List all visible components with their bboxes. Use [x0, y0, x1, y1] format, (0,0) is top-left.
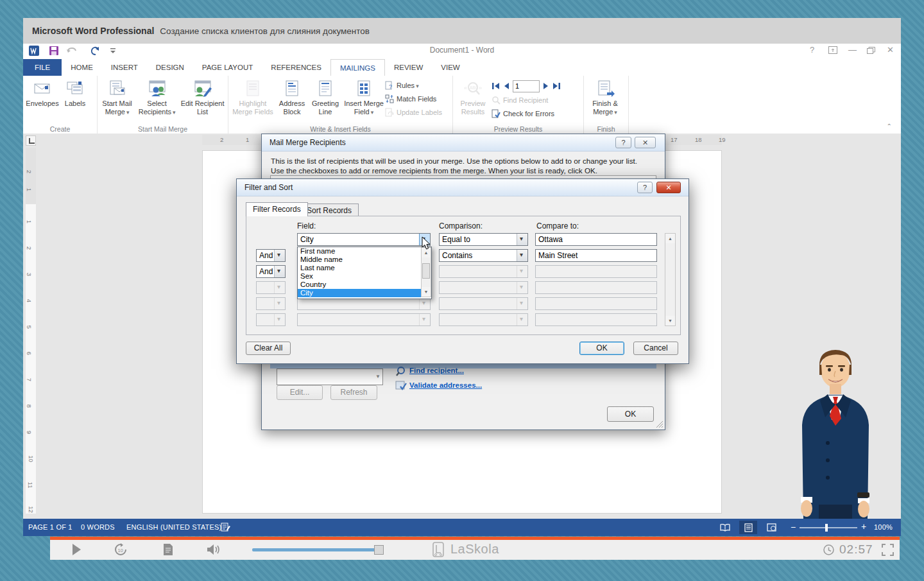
combo-arrow-icon[interactable] [274, 250, 285, 261]
ribbon-tab-row: FILE HOME INSERT DESIGN PAGE LAYOUT REFE… [23, 59, 901, 76]
tab-page-layout[interactable]: PAGE LAYOUT [193, 59, 262, 76]
refresh-button[interactable]: Refresh [330, 385, 377, 400]
ribbon-display-options-icon[interactable] [828, 46, 837, 54]
combo-arrow-icon[interactable] [517, 250, 527, 261]
record-number-input[interactable] [513, 80, 540, 92]
scroll-up-icon[interactable]: ▲ [665, 234, 675, 243]
page-indicator[interactable]: PAGE 1 OF 1 [28, 523, 73, 531]
tab-home[interactable]: HOME [62, 59, 102, 76]
dropdown-scrollbar[interactable]: ▲ ▼ [421, 247, 431, 297]
scrollbar-thumb[interactable] [422, 263, 430, 279]
fs-cancel-button[interactable]: Cancel [633, 342, 678, 355]
volume-slider-thumb[interactable] [374, 545, 384, 555]
close-window-icon[interactable]: ✕ [887, 45, 894, 55]
tab-design[interactable]: DESIGN [147, 59, 193, 76]
scroll-down-icon[interactable]: ▼ [375, 374, 381, 379]
match-fields-button[interactable]: Match Fields [385, 93, 449, 105]
tab-insert[interactable]: INSERT [102, 59, 147, 76]
zoom-level[interactable]: 100% [874, 523, 893, 531]
fs-help-icon[interactable]: ? [637, 182, 653, 193]
resize-grip[interactable] [656, 421, 663, 428]
tab-stop-selector[interactable] [26, 135, 36, 146]
dropdown-item[interactable]: Middle name [298, 256, 431, 264]
find-recipient-link[interactable]: Find recipient... [409, 367, 464, 374]
insert-merge-field-button[interactable]: Insert Merge Field [343, 77, 385, 123]
check-for-errors-button[interactable]: Check for Errors [492, 108, 581, 119]
last-record-icon[interactable] [552, 82, 561, 90]
select-recipients-button[interactable]: Select Recipients [135, 77, 178, 123]
zoom-slider-track[interactable] [800, 527, 857, 528]
comparison-combo-1[interactable]: Equal to [439, 233, 528, 246]
play-button[interactable] [71, 543, 81, 556]
conjunction-combo-3[interactable]: And [256, 265, 286, 278]
field-combo-1[interactable]: City [297, 233, 431, 246]
mmr-help-icon[interactable]: ? [615, 137, 631, 148]
fs-close-icon[interactable]: ✕ [656, 182, 681, 193]
start-mail-merge-button[interactable]: Start Mail Merge [99, 77, 135, 123]
highlight-merge-fields-button[interactable]: Highlight Merge Fields [230, 77, 276, 123]
restore-icon[interactable] [867, 47, 875, 54]
dropdown-item[interactable]: Country [298, 281, 431, 289]
first-record-icon[interactable] [492, 82, 500, 90]
address-block-button[interactable]: Address Block [276, 77, 308, 123]
conjunction-combo-2[interactable]: And [256, 249, 286, 262]
help-window-icon[interactable]: ? [810, 45, 814, 55]
dropdown-item[interactable]: First name [298, 247, 431, 256]
volume-slider-track[interactable] [252, 548, 384, 551]
tab-view[interactable]: VIEW [432, 59, 468, 76]
proofing-status-icon[interactable] [221, 523, 231, 532]
edit-recipient-list-button[interactable]: Edit Recipient List [178, 77, 227, 123]
collapse-ribbon-icon[interactable]: ⌃ [887, 123, 892, 130]
volume-button[interactable] [207, 543, 222, 556]
scroll-down-icon[interactable]: ▼ [665, 316, 675, 325]
dropdown-item-selected[interactable]: City [298, 289, 431, 297]
language-indicator[interactable]: ENGLISH (UNITED STATES) [126, 523, 221, 531]
tab-mailings[interactable]: MAILINGS [330, 59, 385, 76]
print-layout-button[interactable] [739, 521, 757, 534]
scroll-down-icon[interactable]: ▼ [422, 287, 431, 297]
minimize-icon[interactable]: — [848, 45, 857, 55]
compare-to-input-2[interactable]: Main Street [535, 249, 657, 262]
word-count[interactable]: 0 WORDS [81, 523, 115, 531]
find-recipient-button[interactable]: Find Recipient [492, 94, 581, 106]
rules-button[interactable]: ? Rules [385, 80, 449, 91]
tab-references[interactable]: REFERENCES [262, 59, 330, 76]
combo-arrow-icon[interactable] [274, 266, 285, 277]
tab-file[interactable]: FILE [23, 59, 62, 76]
replay-10-button[interactable]: 10 [114, 543, 127, 556]
update-labels-button[interactable]: Update Labels [385, 107, 449, 118]
web-layout-button[interactable] [762, 521, 780, 534]
finish-merge-button[interactable]: Finish & Merge [585, 77, 625, 123]
group-label-preview-results: Preview Results [453, 125, 583, 133]
fs-dialog-titlebar[interactable] [237, 179, 689, 196]
fs-ok-button[interactable]: OK [579, 342, 624, 355]
dropdown-item[interactable]: Sex [298, 272, 431, 281]
data-source-listbox[interactable]: ▼ [277, 369, 383, 385]
next-record-icon[interactable] [543, 82, 549, 90]
envelopes-button[interactable]: Envelopes [24, 77, 60, 123]
previous-record-icon[interactable] [503, 82, 509, 90]
comparison-combo-2[interactable]: Contains [439, 249, 528, 262]
dropdown-item[interactable]: Last name [298, 264, 431, 272]
mmr-close-icon[interactable]: ✕ [635, 137, 656, 148]
zoom-out-button[interactable]: − [791, 522, 796, 532]
zoom-in-button[interactable]: + [861, 521, 866, 532]
tab-filter-records[interactable]: Filter Records [246, 202, 308, 216]
clear-all-button[interactable]: Clear All [246, 342, 291, 355]
greeting-line-button[interactable]: Greeting Line [308, 77, 343, 123]
filter-rows-scrollbar[interactable]: ▲ ▼ [665, 233, 676, 326]
read-mode-button[interactable] [716, 521, 734, 534]
status-bar: PAGE 1 OF 1 0 WORDS ENGLISH (UNITED STAT… [23, 519, 901, 536]
zoom-slider-thumb[interactable] [825, 524, 828, 532]
compare-to-input-1[interactable]: Ottawa [535, 233, 657, 246]
validate-addresses-link[interactable]: Validate addresses... [409, 381, 482, 389]
preview-results-button[interactable]: «ABC» Preview Results [454, 77, 492, 123]
tab-review[interactable]: REVIEW [385, 59, 432, 76]
notes-button[interactable] [163, 543, 173, 556]
fullscreen-button[interactable] [882, 544, 894, 556]
mmr-ok-button[interactable]: OK [607, 406, 654, 422]
tab-sort-records[interactable]: Sort Records [300, 204, 359, 216]
combo-arrow-icon[interactable] [517, 234, 527, 245]
labels-button[interactable]: Labels [60, 77, 90, 123]
edit-datasource-button[interactable]: Edit... [277, 385, 323, 400]
